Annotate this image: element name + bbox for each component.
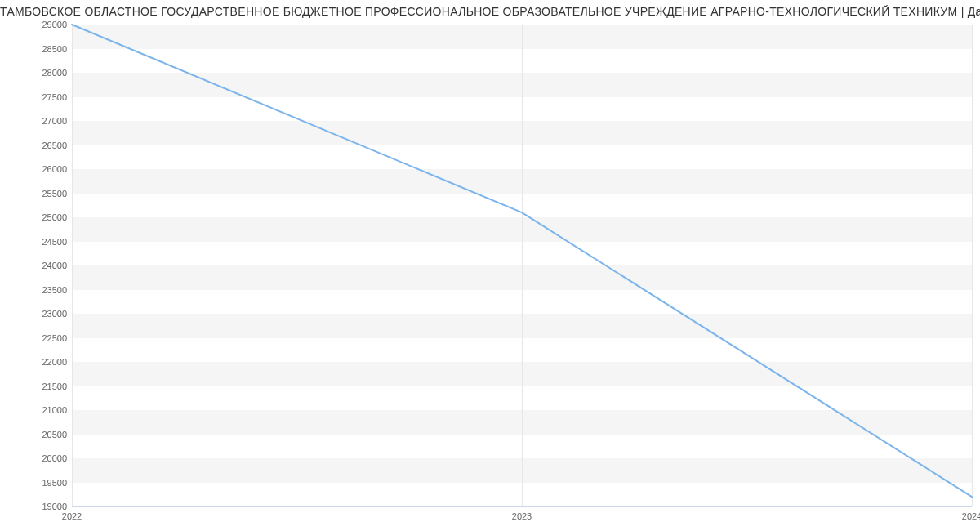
- y-tick-label: 25000: [18, 212, 67, 222]
- x-tick-label: 2022: [62, 511, 82, 521]
- y-tick-label: 24500: [18, 237, 67, 247]
- y-tick-label: 27500: [18, 92, 67, 102]
- y-tick-label: 28500: [18, 44, 67, 54]
- x-tick-label: 2023: [512, 511, 532, 521]
- x-axis-line: [72, 506, 972, 507]
- y-tick-label: 23500: [18, 285, 67, 295]
- data-line-svg: [72, 25, 972, 506]
- chart-title: ТАМБОВСКОЕ ОБЛАСТНОЕ ГОСУДАРСТВЕННОЕ БЮД…: [0, 5, 980, 18]
- y-tick-label: 28000: [18, 68, 67, 78]
- data-series-path: [72, 25, 972, 497]
- y-tick-label: 22500: [18, 333, 67, 343]
- y-tick-label: 19000: [18, 502, 67, 511]
- y-tick-label: 22000: [18, 357, 67, 367]
- y-tick-label: 21000: [18, 405, 67, 415]
- y-tick-label: 21500: [18, 382, 67, 391]
- y-tick-label: 19500: [18, 478, 67, 488]
- y-tick-label: 24000: [18, 261, 67, 270]
- y-tick-label: 23000: [18, 309, 67, 319]
- plot-area: [72, 25, 972, 506]
- y-tick-label: 26500: [18, 141, 67, 150]
- y-tick-label: 29000: [18, 20, 67, 29]
- y-tick-label: 27000: [18, 116, 67, 126]
- y-tick-label: 25500: [18, 189, 67, 199]
- y-tick-label: 26000: [18, 164, 67, 174]
- chart-container: ТАМБОВСКОЕ ОБЛАСТНОЕ ГОСУДАРСТВЕННОЕ БЮД…: [0, 0, 980, 531]
- y-tick-label: 20000: [18, 453, 67, 463]
- x-tick-label: 2024: [962, 511, 980, 521]
- y-tick-label: 20500: [18, 430, 67, 440]
- grid-line-vertical: [972, 25, 973, 506]
